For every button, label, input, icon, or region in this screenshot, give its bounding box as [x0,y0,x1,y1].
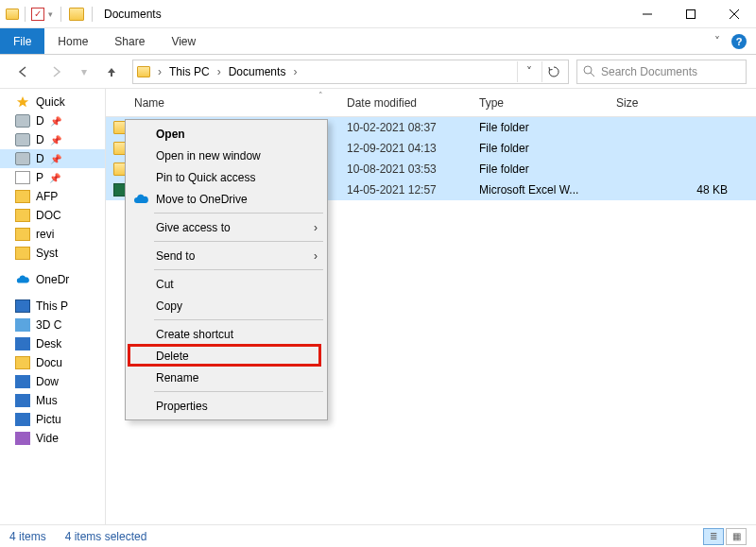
checkbox-toggle-icon[interactable]: ✓ [31,8,44,21]
cm-pin[interactable]: Pin to Quick access [128,166,325,188]
help-icon[interactable]: ? [731,34,747,49]
pin-icon: 📌 [50,154,61,164]
close-button[interactable] [713,0,756,28]
cm-open[interactable]: Open [128,123,325,145]
monitor-icon [15,299,30,313]
col-type[interactable]: Type [470,96,607,110]
music-icon [15,394,30,407]
tab-file[interactable]: File [0,28,44,54]
breadcrumb-current[interactable]: Documents [225,63,290,80]
svg-rect-1 [687,9,696,18]
tree-item[interactable]: Desk [0,334,105,353]
cm-cut[interactable]: Cut [128,273,325,295]
refresh-button[interactable] [541,61,564,82]
tree-item[interactable]: 3D C [0,316,105,334]
breadcrumb-root[interactable]: This PC [165,63,214,80]
tree-onedrive[interactable]: OneDr [0,270,105,289]
tree-item[interactable]: D📌 [0,111,105,130]
tree-item[interactable]: AFP [0,187,105,206]
tree-item[interactable]: Pictu [0,410,105,429]
drive-icon [15,133,30,146]
back-button[interactable] [9,59,36,85]
desktop-icon [15,337,30,350]
window-title: Documents [104,8,162,21]
tree-item[interactable]: P📌 [0,168,105,187]
up-button[interactable] [98,59,125,85]
title-bar: ✓ ▾ Documents [0,0,756,28]
forward-button[interactable] [43,59,70,85]
cm-rename[interactable]: Rename [128,367,325,388]
tree-item[interactable]: Syst [0,244,105,263]
tree-label: Quick [36,95,65,109]
qat-caret-icon[interactable]: ▾ [48,9,53,19]
qat-divider [25,7,26,22]
search-box[interactable]: Search Documents [576,60,747,84]
tree-label: D [36,114,44,128]
document-icon [15,171,30,184]
maximize-button[interactable] [669,0,713,28]
ribbon-right: ˅ ? [705,28,756,54]
cm-give-access[interactable]: Give access to [128,216,325,238]
drive-icon [15,114,30,128]
cm-open-new[interactable]: Open in new window [128,145,325,166]
view-details-button[interactable]: ≣ [703,528,724,545]
crumb-chevron-icon[interactable]: › [215,65,223,78]
cm-create-shortcut[interactable]: Create shortcut [128,323,325,345]
folder-icon [15,228,30,241]
pin-icon: 📌 [50,135,61,145]
col-name[interactable]: Name [106,96,337,110]
tree-label: DOC [36,209,61,222]
crumb-chevron-icon[interactable]: › [291,65,299,78]
navigation-tree[interactable]: Quick D📌 D📌 D📌 P📌 AFP DOC revi Syst OneD… [0,89,106,524]
tab-home[interactable]: Home [44,28,101,54]
view-switcher: ≣ ▦ [703,528,747,545]
cm-onedrive[interactable]: Move to OneDrive [128,188,325,210]
cm-send-to[interactable]: Send to [128,245,325,266]
tree-item-selected[interactable]: D📌 [0,149,105,168]
tree-label: Vide [36,432,59,445]
cloud-icon [133,192,148,207]
file-size: 48 KB [607,183,756,197]
tree-label: D [36,133,44,146]
search-icon [583,65,595,77]
column-headers: ˄ Name Date modified Type Size [106,89,756,117]
file-date: 10-08-2021 03:53 [337,162,470,176]
address-bar[interactable]: › This PC › Documents › ˅ [132,60,569,84]
address-dropdown[interactable]: ˅ [517,61,540,82]
context-menu: Open Open in new window Pin to Quick acc… [125,119,328,420]
tree-this-pc[interactable]: This P [0,297,105,316]
folder-title-icon [69,8,84,21]
minimize-button[interactable] [626,0,669,28]
ribbon-caret-icon[interactable]: ˅ [714,35,720,48]
crumb-chevron-icon[interactable]: › [156,65,163,78]
tree-label: revi [36,228,54,241]
tree-item[interactable]: revi [0,225,105,244]
file-type: File folder [470,121,607,134]
folder-icon [15,209,30,222]
tree-item[interactable]: D📌 [0,130,105,149]
tree-quick-access[interactable]: Quick [0,93,105,111]
recent-dropdown[interactable]: ▾ [77,59,91,85]
cm-copy[interactable]: Copy [128,295,325,316]
col-date[interactable]: Date modified [337,96,470,110]
ribbon-tabs: File Home Share View ˅ ? [0,28,756,55]
tree-item[interactable]: Mus [0,391,105,410]
main-area: Quick D📌 D📌 D📌 P📌 AFP DOC revi Syst OneD… [0,89,756,524]
cm-properties[interactable]: Properties [128,395,325,417]
tree-item[interactable]: Vide [0,429,105,448]
tab-view[interactable]: View [158,28,209,54]
tab-share[interactable]: Share [101,28,158,54]
drive-icon [15,152,30,165]
tree-item[interactable]: Docu [0,353,105,372]
svg-line-5 [591,73,594,77]
col-size[interactable]: Size [607,96,756,110]
file-type: File folder [470,162,607,176]
folder-small-icon [6,9,19,20]
tree-label: D [36,152,44,165]
tree-item[interactable]: Dow [0,372,105,391]
tree-label: 3D C [36,318,61,332]
cm-delete[interactable]: Delete [128,345,325,367]
view-icons-button[interactable]: ▦ [726,528,747,545]
cm-separator [154,319,323,320]
tree-item[interactable]: DOC [0,206,105,225]
